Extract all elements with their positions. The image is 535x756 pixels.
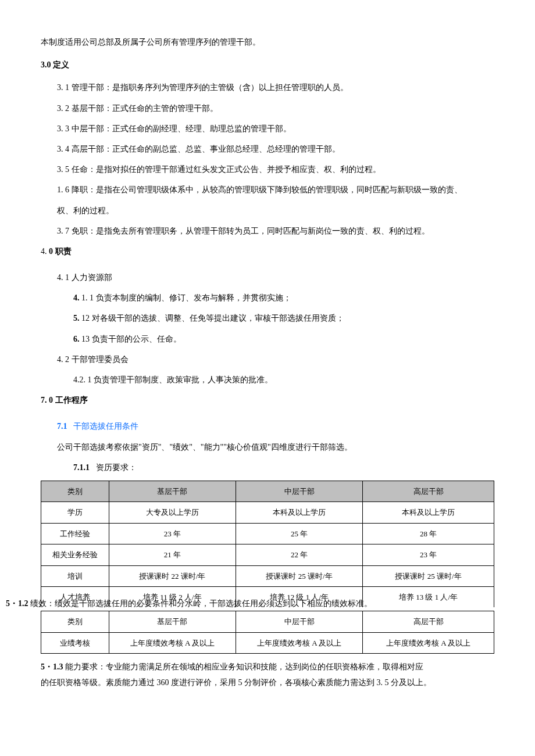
table-header: 基层干部 xyxy=(109,481,236,501)
item-7-1: 7.1 干部选拔任用条件 xyxy=(41,419,494,433)
table-cell: 23 年 xyxy=(363,544,494,565)
table-cell: 学历 xyxy=(41,502,109,523)
item-4-1-2: 5. 12 对各级干部的选拔、调整、任免等提出建议，审核干部选拔任用资质； xyxy=(41,311,494,325)
item-7-1-desc: 公司干部选拔考察依据"资历"、"绩效"、"能力""核心价值观"四维度进行干部筛选… xyxy=(41,440,494,454)
def-3-4: 3. 4 高层干部：正式任命的副总监、总监、事业部总经理、总经理的管理干部。 xyxy=(41,142,494,156)
performance-table: 类别 基层干部 中层干部 高层干部 业绩考核 上年度绩效考核 A 及以上 上年度… xyxy=(41,611,494,654)
def-3-6b: 权、利的过程。 xyxy=(41,203,494,218)
def-3-1: 3. 1 管理干部：是指职务序列为管理序列的主管级（含）以上担任管理职的人员。 xyxy=(41,80,494,95)
table-cell: 授课课时 22 课时/年 xyxy=(109,565,236,586)
item-5-1-2-prefix: 5・1.2 xyxy=(6,599,28,608)
section-4-title: 4. 0 职责 xyxy=(41,244,494,259)
item-4-1-1-rest: 1. 1 负责本制度的编制、修订、发布与解释，并贯彻实施； xyxy=(81,293,291,302)
table-cell: 本科及以上学历 xyxy=(236,502,362,523)
table-1-block: 类别 基层干部 中层干部 高层干部 学历 大专及以上学历 本科及以上学历 本科及… xyxy=(41,481,494,607)
section-4-prefix: 4. xyxy=(41,247,47,256)
item-7-1-1-prefix: 7.1.1 xyxy=(73,463,90,472)
table-cell: 工作经验 xyxy=(41,523,109,544)
item-4-1-3-prefix: 6. xyxy=(73,335,80,343)
table-cell: 21 年 xyxy=(109,544,236,565)
qualification-table: 类别 基层干部 中层干部 高层干部 学历 大专及以上学历 本科及以上学历 本科及… xyxy=(41,481,494,607)
def-3-7: 3. 7 免职：是指免去所有管理职务，从管理干部转为员工，同时匹配与新岗位一致的… xyxy=(41,224,494,238)
item-7-1-1-rest: 资历要求： xyxy=(96,463,137,472)
table-cell: 授课课时 25 课时/年 xyxy=(363,565,494,586)
table-header: 高层干部 xyxy=(363,481,494,501)
section-7-prefix: 7. xyxy=(41,396,47,404)
section-7-title: 7. 0 工作程序 xyxy=(41,393,494,407)
table-cell: 授课课时 25 课时/年 xyxy=(236,565,362,586)
item-5-1-2: 5・1.2 绩效：绩效是干部选拔任用的必要条件和分水岭，干部选拔任用必须达到以下… xyxy=(6,596,529,611)
table-cell: 业绩考核 xyxy=(41,632,109,653)
item-4-1-2-rest: 12 对各级干部的选拔、调整、任免等提出建议，审核干部选拔任用资质； xyxy=(81,314,344,323)
section-7-rest: 0 工作程序 xyxy=(49,396,88,404)
def-3-2: 3. 2 基层干部：正式任命的主管的管理干部。 xyxy=(41,101,494,116)
item-4-2-1: 4.2. 1 负责管理干部制度、政策审批，人事决策的批准。 xyxy=(41,372,494,387)
item-5-1-3-prefix: 5・1.3 xyxy=(41,662,63,671)
item-7-1-rest: 干部选拔任用条件 xyxy=(73,422,138,431)
table-row: 类别 基层干部 中层干部 高层干部 xyxy=(41,611,494,632)
def-3-6a: 1. 6 降职：是指在公司管理职级体系中，从较高的管理职级下降到较低的管理职级，… xyxy=(41,182,494,197)
table-header: 中层干部 xyxy=(236,611,362,632)
item-7-1-prefix: 7.1 xyxy=(57,422,67,431)
item-4-1-3: 6. 13 负责干部的公示、任命。 xyxy=(41,332,494,346)
item-4-1: 4. 1 人力资源部 xyxy=(41,270,494,285)
section-3-title: 3.0 定义 xyxy=(41,58,494,72)
item-4-1-1-prefix: 4. xyxy=(73,293,80,302)
item-7-1-1: 7.1.1 资历要求： xyxy=(41,460,494,475)
section-4-rest: 0 职责 xyxy=(49,247,72,256)
item-5-1-3-rest1: 能力要求：专业能力需满足所在领域的相应业务知识和技能，达到岗位的任职资格标准，取… xyxy=(65,662,423,671)
table-cell: 23 年 xyxy=(109,523,236,544)
table-header: 类别 xyxy=(41,481,109,501)
table-cell: 培训 xyxy=(41,565,109,586)
table-cell: 相关业务经验 xyxy=(41,544,109,565)
table-row: 类别 基层干部 中层干部 高层干部 xyxy=(41,481,494,501)
item-5-1-2-rest: 绩效：绩效是干部选拔任用的必要条件和分水岭，干部选拔任用必须达到以下相应的绩效标… xyxy=(30,599,372,608)
table-cell: 大专及以上学历 xyxy=(109,502,236,523)
table-row: 工作经验 23 年 25 年 28 年 xyxy=(41,523,494,544)
table-row: 业绩考核 上年度绩效考核 A 及以上 上年度绩效考核 A 及以上 上年度绩效考核… xyxy=(41,632,494,653)
table-cell: 28 年 xyxy=(363,523,494,544)
intro-paragraph: 本制度适用公司总部及所属子公司所有管理序列的管理干部。 xyxy=(41,35,494,49)
table-header: 基层干部 xyxy=(109,611,236,632)
item-4-2: 4. 2 干部管理委员会 xyxy=(41,352,494,367)
table-header: 中层干部 xyxy=(236,481,362,501)
table-row: 培训 授课课时 22 课时/年 授课课时 25 课时/年 授课课时 25 课时/… xyxy=(41,565,494,586)
item-4-1-1: 4. 1. 1 负责本制度的编制、修订、发布与解释，并贯彻实施； xyxy=(41,291,494,305)
table-cell: 上年度绩效考核 A 及以上 xyxy=(236,632,362,653)
table-row: 相关业务经验 21 年 22 年 23 年 xyxy=(41,544,494,565)
table-row: 学历 大专及以上学历 本科及以上学历 本科及以上学历 xyxy=(41,502,494,523)
table-cell: 25 年 xyxy=(236,523,362,544)
table-cell: 22 年 xyxy=(236,544,362,565)
def-3-3: 3. 3 中层干部：正式任命的副经理、经理、助理总监的管理干部。 xyxy=(41,121,494,136)
item-4-1-2-prefix: 5. xyxy=(73,314,80,323)
table-cell: 上年度绩效考核 A 及以上 xyxy=(363,632,494,653)
item-4-1-3-rest: 13 负责干部的公示、任命。 xyxy=(81,335,181,343)
item-5-1-3-line1: 5・1.3 能力要求：专业能力需满足所在领域的相应业务知识和技能，达到岗位的任职… xyxy=(41,660,494,674)
table-cell: 本科及以上学历 xyxy=(363,502,494,523)
table-header: 高层干部 xyxy=(363,611,494,632)
def-3-5: 3. 5 任命：是指对拟任的管理干部通过红头发文正式公告、并授予相应责、权、利的… xyxy=(41,162,494,177)
item-5-1-3-line2: 的任职资格等级。素质能力通过 360 度进行评价，采用 5 分制评价，各项核心素… xyxy=(41,675,494,690)
table-cell: 上年度绩效考核 A 及以上 xyxy=(109,632,236,653)
table-header: 类别 xyxy=(41,611,109,632)
